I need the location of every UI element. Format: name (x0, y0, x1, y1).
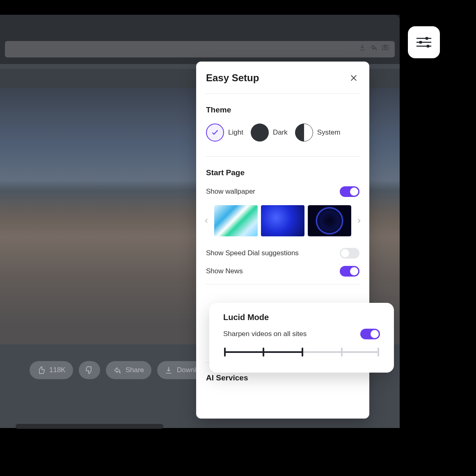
chevron-right-icon (356, 218, 362, 224)
sharpen-label: Sharpen videos on all sites (223, 330, 307, 338)
close-button[interactable] (348, 72, 359, 84)
share-label: Share (126, 366, 144, 374)
close-icon (350, 74, 358, 82)
theme-label-dark: Dark (273, 128, 288, 137)
lucid-mode-card: Lucid Mode Sharpen videos on all sites (209, 303, 394, 373)
theme-swatch-system (295, 124, 313, 142)
theme-option-light[interactable]: Light (206, 124, 243, 142)
tab-strip (0, 15, 400, 39)
browser-chrome (0, 15, 400, 64)
show-wallpaper-toggle[interactable] (340, 186, 359, 197)
chevron-left-icon (204, 218, 209, 224)
download-icon[interactable] (359, 43, 366, 53)
wallpaper-prev[interactable] (202, 204, 211, 237)
address-bar[interactable] (5, 41, 395, 57)
easy-setup-button[interactable] (408, 26, 440, 58)
show-news-label: Show News (206, 267, 243, 275)
camera-icon[interactable] (382, 43, 389, 53)
wallpaper-thumb-3[interactable] (308, 205, 351, 236)
divider (205, 94, 360, 94)
svg-rect-0 (382, 46, 388, 50)
theme-swatch-light (206, 124, 224, 142)
theme-section-title: Theme (206, 105, 359, 114)
sharpen-toggle[interactable] (360, 329, 380, 339)
share-tray-icon[interactable] (370, 43, 378, 53)
toolbar-tray (359, 43, 389, 53)
wallpaper-carousel (202, 204, 364, 237)
show-news-toggle[interactable] (340, 266, 359, 277)
svg-rect-3 (426, 37, 428, 40)
panel-title: Easy Setup (206, 72, 259, 84)
like-count: 118K (49, 366, 66, 374)
sliders-icon (416, 36, 432, 48)
theme-option-system[interactable]: System (295, 124, 341, 142)
theme-option-dark[interactable]: Dark (251, 124, 288, 142)
start-page-section-title: Start Page (206, 168, 359, 177)
share-button[interactable]: Share (106, 361, 151, 379)
theme-swatch-dark (251, 124, 269, 142)
theme-label-light: Light (228, 128, 243, 137)
wallpaper-thumb-1[interactable] (214, 205, 258, 236)
svg-rect-5 (419, 41, 422, 44)
lucid-mode-title: Lucid Mode (223, 313, 380, 322)
wallpaper-thumb-2[interactable] (261, 205, 304, 236)
wallpaper-next[interactable] (355, 204, 364, 237)
theme-options: Light Dark System (206, 124, 359, 142)
ai-services-section-title: AI Services (206, 373, 359, 382)
dock (16, 424, 163, 429)
check-icon (211, 128, 219, 137)
dislike-button[interactable] (79, 361, 100, 379)
show-speed-dial-toggle[interactable] (340, 248, 359, 259)
show-wallpaper-label: Show wallpaper (206, 188, 255, 196)
show-speed-dial-label: Show Speed Dial suggestions (206, 249, 299, 257)
svg-rect-7 (427, 45, 430, 48)
like-button[interactable]: 118K (30, 361, 73, 379)
svg-point-1 (384, 47, 387, 49)
divider (205, 156, 360, 157)
theme-label-system: System (317, 128, 341, 137)
lucid-slider[interactable] (223, 346, 380, 357)
